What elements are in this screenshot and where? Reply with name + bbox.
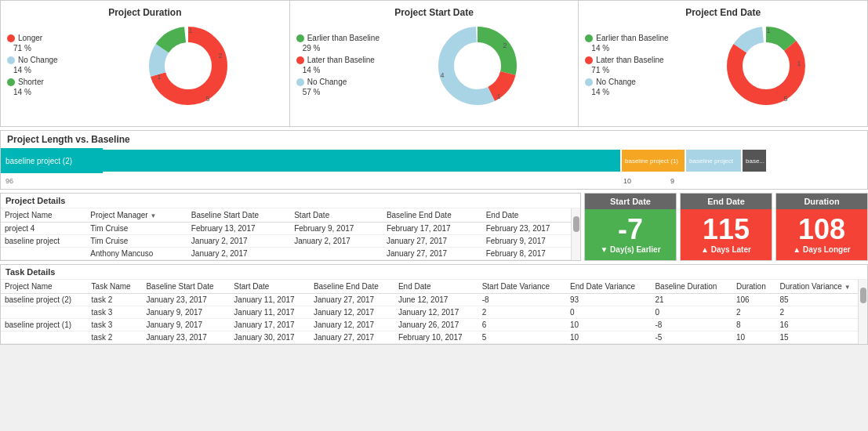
bar-chart-title: Project Length vs. Baseline bbox=[1, 131, 867, 148]
duration-body: 108 ▲ Days Longer bbox=[776, 209, 867, 260]
bar-baseline-label: baseline project bbox=[686, 158, 736, 165]
table-row: task 2 January 23, 2017 January 30, 2017… bbox=[1, 331, 867, 344]
gantt-bar-area: baseline project (1) baseline project ba… bbox=[103, 148, 867, 173]
end-nochange-label: No Change bbox=[596, 78, 636, 86]
svg-text:5: 5 bbox=[784, 95, 788, 103]
longer-pct: 71 % bbox=[13, 44, 31, 53]
col-project-name: Project Name bbox=[1, 208, 86, 223]
project-details-header-row: Project Name Project Manager ▼ Baseline … bbox=[1, 208, 580, 223]
svg-text:2: 2 bbox=[218, 52, 222, 60]
end-date-body: 115 ▲ Days Later bbox=[681, 209, 772, 260]
task-cell: 93 bbox=[566, 294, 651, 306]
project-details-table-container: Project Name Project Manager ▼ Baseline … bbox=[1, 208, 580, 260]
task-scrollbar[interactable] bbox=[858, 280, 867, 344]
sort-icon[interactable]: ▼ bbox=[150, 212, 156, 219]
num-10: 10 bbox=[620, 177, 634, 185]
cell-project-name bbox=[1, 248, 86, 260]
end-nochange-dot bbox=[585, 78, 593, 86]
task-cell: 8 bbox=[732, 319, 776, 331]
duration-subtitle-text: Days Longer bbox=[803, 245, 851, 254]
task-cell: January 27, 2017 bbox=[310, 331, 394, 344]
task-sort-icon[interactable]: ▼ bbox=[844, 284, 851, 291]
gantt-num-96: 96 bbox=[5, 177, 13, 185]
end-later-pct: 71 % bbox=[591, 66, 609, 74]
dashboard: Project Duration Longer 71 % No Change bbox=[0, 0, 868, 345]
cell-baseline-start: January 2, 2017 bbox=[187, 248, 290, 260]
task-cell: 10 bbox=[566, 319, 651, 331]
start-date-body: -7 ▼ Day(s) Earlier bbox=[585, 209, 676, 260]
cell-end: February 23, 2017 bbox=[482, 223, 580, 235]
gantt-main-label-text: baseline project (2) bbox=[5, 157, 72, 165]
task-cell: 10 bbox=[566, 331, 651, 344]
start-date-value: -7 bbox=[618, 216, 643, 244]
scroll-thumb bbox=[573, 216, 579, 232]
task-col-task: Task Name bbox=[88, 280, 143, 294]
cell-manager: Tim Cruise bbox=[86, 235, 187, 248]
task-cell: task 2 bbox=[88, 331, 143, 344]
svg-text:1: 1 bbox=[188, 27, 192, 34]
scrollbar[interactable] bbox=[571, 208, 580, 260]
task-cell: 15 bbox=[776, 331, 867, 344]
bar-chart-section: Project Length vs. Baseline baseline pro… bbox=[0, 130, 868, 190]
task-cell bbox=[1, 306, 88, 319]
table-row: baseline project (1) task 3 January 9, 2… bbox=[1, 319, 867, 331]
task-cell: 0 bbox=[651, 306, 732, 319]
cell-project-name: project 4 bbox=[1, 223, 86, 235]
gantt-main-label: baseline project (2) bbox=[1, 148, 103, 173]
start-date-subtitle-text: Day(s) Earlier bbox=[610, 245, 660, 254]
task-details-title: Task Details bbox=[1, 265, 867, 280]
kpi-cards: Start Date -7 ▼ Day(s) Earlier End Date … bbox=[584, 193, 868, 261]
task-cell: 2 bbox=[732, 306, 776, 319]
task-cell: task 3 bbox=[88, 319, 143, 331]
task-cell: January 12, 2017 bbox=[310, 306, 394, 319]
task-cell: January 17, 2017 bbox=[230, 319, 310, 331]
project-duration-panel: Project Duration Longer 71 % No Change bbox=[1, 1, 290, 126]
project-duration-title: Project Duration bbox=[7, 7, 283, 18]
svg-point-3 bbox=[168, 45, 209, 86]
shorter-dot bbox=[7, 78, 15, 86]
task-cell: 106 bbox=[732, 294, 776, 306]
task-cell: 85 bbox=[776, 294, 867, 306]
end-date-subtitle-text: Days Later bbox=[711, 245, 751, 254]
cell-baseline-start: February 13, 2017 bbox=[187, 223, 290, 235]
nochange-dot bbox=[7, 56, 15, 64]
cell-end: February 8, 2017 bbox=[482, 248, 580, 260]
earlier-pct: 29 % bbox=[303, 44, 321, 53]
svg-text:1: 1 bbox=[767, 27, 771, 34]
earlier-dot bbox=[296, 34, 304, 42]
longer-label: Longer bbox=[18, 34, 42, 42]
project-details-title: Project Details bbox=[1, 194, 580, 208]
task-cell: February 10, 2017 bbox=[394, 331, 478, 344]
task-cell: January 27, 2017 bbox=[310, 294, 394, 306]
svg-text:1: 1 bbox=[157, 73, 161, 81]
cell-baseline-end: February 17, 2017 bbox=[383, 223, 482, 235]
col-baseline-end: Baseline End Date bbox=[383, 208, 482, 223]
task-col-dur-var: Duration Variance ▼ bbox=[776, 280, 867, 294]
end-earlier-dot bbox=[585, 34, 593, 42]
task-cell: 21 bbox=[651, 294, 732, 306]
duration-subtitle: ▲ Days Longer bbox=[793, 245, 850, 254]
end-later-dot bbox=[585, 56, 593, 64]
task-cell: January 11, 2017 bbox=[230, 306, 310, 319]
duration-donut: 1 2 1 5 bbox=[93, 23, 283, 109]
end-date-subtitle: ▲ Days Later bbox=[701, 245, 751, 254]
project-details-panel: Project Details Project Name Project Man… bbox=[0, 193, 581, 261]
task-col-dur: Duration bbox=[732, 280, 776, 294]
svg-point-18 bbox=[746, 45, 786, 86]
task-col-bl-start: Baseline Start Date bbox=[142, 280, 230, 294]
end-date-kpi: End Date 115 ▲ Days Later bbox=[680, 193, 772, 261]
task-cell: 0 bbox=[566, 306, 651, 319]
later-pct: 14 % bbox=[303, 66, 321, 74]
table-row: task 3 January 9, 2017 January 11, 2017 … bbox=[1, 306, 867, 319]
gantt-bottom-row: 96 10 9 bbox=[1, 173, 867, 189]
duration-arrow: ▲ bbox=[793, 245, 803, 254]
cell-baseline-end: January 27, 2017 bbox=[383, 248, 482, 260]
task-cell: task 2 bbox=[88, 294, 143, 306]
end-date-value: 115 bbox=[703, 216, 750, 244]
task-cell: 2 bbox=[776, 306, 867, 319]
end-nochange-pct: 14 % bbox=[591, 88, 609, 96]
task-cell: January 30, 2017 bbox=[230, 331, 310, 344]
start-date-header: Start Date bbox=[585, 194, 676, 209]
gantt-top-row: baseline project (2) baseline project (1… bbox=[1, 148, 867, 173]
svg-text:2: 2 bbox=[503, 42, 507, 49]
